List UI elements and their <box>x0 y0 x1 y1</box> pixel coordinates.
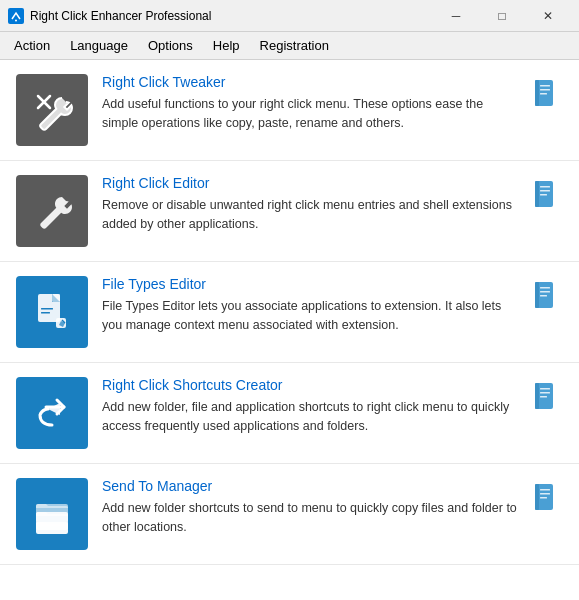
list-item: Send To Manager Add new folder shortcuts… <box>0 464 579 565</box>
right-click-tweaker-title[interactable]: Right Click Tweaker <box>102 74 519 90</box>
shortcuts-creator-desc: Add new folder, file and application sho… <box>102 400 509 433</box>
send-to-manager-content: Send To Manager Add new folder shortcuts… <box>102 478 519 537</box>
help-book-icon <box>533 381 557 411</box>
svg-rect-8 <box>540 93 547 95</box>
svg-rect-22 <box>540 287 550 289</box>
right-click-editor-help[interactable] <box>533 175 563 209</box>
shortcuts-creator-icon <box>16 377 88 449</box>
menu-options[interactable]: Options <box>138 34 203 57</box>
svg-rect-11 <box>540 186 550 188</box>
list-item: Right Click Shortcuts Creator Add new fo… <box>0 363 579 464</box>
right-click-tweaker-desc: Add useful functions to your right click… <box>102 97 483 130</box>
file-types-editor-help[interactable] <box>533 276 563 310</box>
shortcuts-creator-help[interactable] <box>533 377 563 411</box>
svg-rect-28 <box>540 388 550 390</box>
svg-rect-16 <box>41 308 53 310</box>
help-book-icon <box>533 78 557 108</box>
right-click-tweaker-help[interactable] <box>533 74 563 108</box>
maximize-button[interactable]: □ <box>479 0 525 32</box>
shortcuts-creator-content: Right Click Shortcuts Creator Add new fo… <box>102 377 519 436</box>
list-item: Right Click Tweaker Add useful functions… <box>0 60 579 161</box>
svg-rect-30 <box>540 396 547 398</box>
minimize-button[interactable]: ─ <box>433 0 479 32</box>
svg-rect-7 <box>540 89 550 91</box>
app-icon <box>8 8 24 24</box>
svg-point-1 <box>15 19 17 21</box>
menu-registration[interactable]: Registration <box>250 34 339 57</box>
shortcuts-creator-title[interactable]: Right Click Shortcuts Creator <box>102 377 519 393</box>
svg-rect-24 <box>540 295 547 297</box>
file-types-editor-content: File Types Editor File Types Editor lets… <box>102 276 519 335</box>
close-button[interactable]: ✕ <box>525 0 571 32</box>
file-types-editor-desc: File Types Editor lets you associate app… <box>102 299 501 332</box>
svg-rect-13 <box>540 194 547 196</box>
file-types-editor-icon <box>16 276 88 348</box>
title-bar: Right Click Enhancer Professional ─ □ ✕ <box>0 0 579 32</box>
send-to-manager-desc: Add new folder shortcuts to send to menu… <box>102 501 517 534</box>
window-controls: ─ □ ✕ <box>433 0 571 32</box>
svg-rect-37 <box>540 493 550 495</box>
svg-rect-38 <box>540 497 547 499</box>
menu-language[interactable]: Language <box>60 34 138 57</box>
svg-rect-36 <box>540 489 550 491</box>
send-to-manager-title[interactable]: Send To Manager <box>102 478 519 494</box>
right-click-editor-icon <box>16 175 88 247</box>
menu-action[interactable]: Action <box>4 34 60 57</box>
svg-rect-23 <box>540 291 550 293</box>
list-item: Right Click Editor Remove or disable unw… <box>0 161 579 262</box>
send-to-manager-icon <box>16 478 88 550</box>
svg-rect-5 <box>535 80 539 106</box>
help-book-icon <box>533 482 557 512</box>
help-book-icon <box>533 280 557 310</box>
help-book-icon <box>533 179 557 209</box>
menu-help[interactable]: Help <box>203 34 250 57</box>
send-to-manager-help[interactable] <box>533 478 563 512</box>
file-types-editor-title[interactable]: File Types Editor <box>102 276 519 292</box>
right-click-tweaker-content: Right Click Tweaker Add useful functions… <box>102 74 519 133</box>
svg-rect-17 <box>41 312 50 314</box>
svg-rect-29 <box>540 392 550 394</box>
svg-rect-27 <box>535 383 539 409</box>
window-title: Right Click Enhancer Professional <box>30 9 433 23</box>
right-click-tweaker-icon <box>16 74 88 146</box>
svg-rect-12 <box>540 190 550 192</box>
content-area[interactable]: Right Click Tweaker Add useful functions… <box>0 60 579 600</box>
svg-rect-21 <box>535 282 539 308</box>
list-item: File Types Editor File Types Editor lets… <box>0 262 579 363</box>
svg-rect-35 <box>535 484 539 510</box>
svg-rect-15 <box>52 294 60 302</box>
menu-bar: Action Language Options Help Registratio… <box>0 32 579 60</box>
right-click-editor-title[interactable]: Right Click Editor <box>102 175 519 191</box>
svg-rect-6 <box>540 85 550 87</box>
right-click-editor-content: Right Click Editor Remove or disable unw… <box>102 175 519 234</box>
svg-rect-10 <box>535 181 539 207</box>
right-click-editor-desc: Remove or disable unwanted right click m… <box>102 198 512 231</box>
